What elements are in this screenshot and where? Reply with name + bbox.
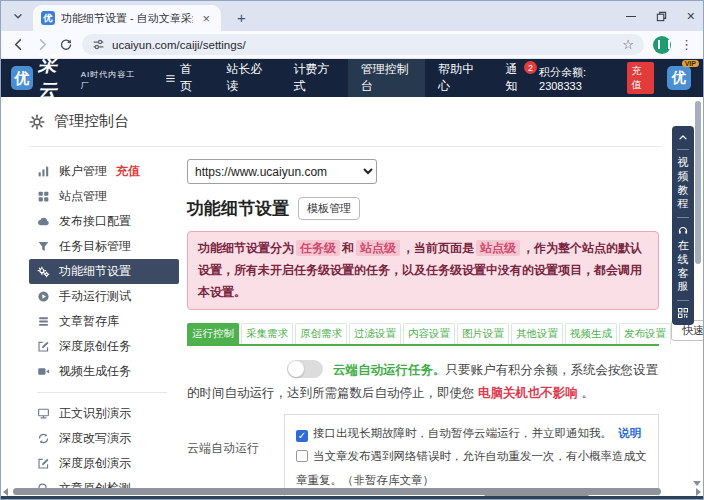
notification-badge: 2 bbox=[524, 61, 537, 74]
close-window-button[interactable]: × bbox=[687, 9, 695, 23]
nav-item-notifications[interactable]: 通知 2 bbox=[492, 59, 539, 97]
nav-item-pricing[interactable]: 计费方式 bbox=[280, 59, 347, 97]
body-row: 账户管理充值站点管理发布接口配置任务目标管理功能细节设置手动运行测试文章暂存库深… bbox=[29, 147, 703, 500]
tab-collect[interactable]: 采集需求 bbox=[241, 323, 293, 344]
sidebar-item-video-task[interactable]: 视频生成任务 bbox=[29, 359, 179, 384]
back-button[interactable] bbox=[11, 37, 26, 52]
new-tab-button[interactable]: + bbox=[231, 9, 252, 26]
video-icon bbox=[37, 365, 50, 378]
sidebar-item-feature-settings[interactable]: 功能细节设置 bbox=[29, 259, 179, 284]
tab-run-control[interactable]: 运行控制 bbox=[187, 323, 239, 344]
sidebar-item-content-recognition-demo[interactable]: 正文识别演示 bbox=[29, 401, 179, 426]
sidebar-item-label: 深度改写演示 bbox=[59, 430, 131, 447]
sidebar-item-deep-original-task[interactable]: 深度原创任务 bbox=[29, 334, 179, 359]
chevron-down-icon bbox=[11, 9, 25, 23]
scroll-down-arrow[interactable] bbox=[693, 481, 701, 486]
tab-video-gen[interactable]: 视频生成 bbox=[565, 323, 617, 344]
tab-image[interactable]: 图片设置 bbox=[457, 323, 509, 344]
browser-profile-avatar[interactable] bbox=[653, 36, 671, 54]
reload-icon bbox=[59, 38, 73, 52]
video-tutorial-link[interactable]: 视频教程 bbox=[677, 156, 689, 211]
refresh-icon bbox=[37, 432, 50, 445]
auto-run-title: 云端自动运行任务。 bbox=[333, 363, 446, 377]
template-manage-button[interactable]: 模板管理 bbox=[298, 197, 360, 220]
heading-row: 功能细节设置 模板管理 bbox=[187, 197, 659, 220]
floating-side-panel: 视频教程 在线客服 bbox=[672, 126, 694, 325]
filter-icon bbox=[37, 240, 50, 253]
nav-label: 计费方式 bbox=[293, 61, 334, 95]
tab-search-button[interactable] bbox=[7, 5, 29, 27]
site-settings-icon[interactable] bbox=[92, 38, 105, 51]
nav-item-webmaster-reading[interactable]: 站长必读 bbox=[213, 59, 280, 97]
tab-content[interactable]: 内容设置 bbox=[403, 323, 455, 344]
nav-item-home[interactable]: 首页 bbox=[152, 59, 213, 97]
tab-original[interactable]: 原创需求 bbox=[295, 323, 347, 344]
site-select[interactable]: https://www.ucaiyun.com bbox=[187, 159, 377, 184]
logo-tagline: AI时代内容工厂 bbox=[81, 69, 138, 91]
user-avatar[interactable]: 优 bbox=[667, 66, 691, 90]
site-header: 优 采云 AI时代内容工厂 首页 站长必读 计费方式 管理控制台 帮助中心 通知… bbox=[1, 59, 703, 97]
nav-item-admin-console[interactable]: 管理控制台 bbox=[348, 59, 426, 97]
browser-tab-title: 功能细节设置 - 自动文章采集 bbox=[61, 11, 193, 26]
nav-label: 首页 bbox=[180, 61, 200, 95]
tab-close-icon[interactable]: × bbox=[199, 11, 213, 26]
scroll-right-arrow[interactable] bbox=[696, 488, 701, 496]
points-balance: 积分余额: 2308333 bbox=[539, 65, 620, 92]
site-logo[interactable]: 优 采云 AI时代内容工厂 bbox=[11, 59, 138, 97]
scroll-left-arrow[interactable] bbox=[3, 488, 8, 496]
browser-tab[interactable]: 优 功能细节设置 - 自动文章采集 × bbox=[33, 5, 221, 31]
sidebar: 账户管理充值站点管理发布接口配置任务目标管理功能细节设置手动运行测试文章暂存库深… bbox=[29, 147, 179, 500]
play-icon bbox=[37, 290, 50, 303]
stack-icon bbox=[37, 315, 50, 328]
notice-text: 和 bbox=[342, 241, 354, 255]
vertical-scrollbar-thumb[interactable] bbox=[695, 101, 701, 264]
logo-mark: 优 bbox=[11, 66, 33, 90]
horizontal-scrollbar-thumb[interactable] bbox=[13, 488, 661, 495]
nav-item-help-center[interactable]: 帮助中心 bbox=[425, 59, 492, 97]
checkbox-label: 当文章发布遇到网络错误时，允许自动重发一次，有小概率造成文章重复。（非暂存库文章… bbox=[296, 450, 647, 486]
nav-label: 帮助中心 bbox=[438, 61, 479, 95]
grid-icon bbox=[37, 190, 50, 203]
checkbox-label: 接口出现长期故障时，自动暂停云端运行，并立即通知我。 bbox=[313, 427, 612, 439]
sidebar-item-manual-test[interactable]: 手动运行测试 bbox=[29, 284, 179, 309]
explain-link[interactable]: 说明 bbox=[618, 427, 641, 439]
auto-run-desc-end: 。 bbox=[578, 386, 594, 400]
bookmark-star-icon[interactable]: ☆ bbox=[622, 38, 634, 51]
sidebar-item-account[interactable]: 账户管理充值 bbox=[29, 159, 179, 184]
checkbox-pause-on-failure[interactable]: ✓ bbox=[296, 430, 308, 442]
maximize-button[interactable] bbox=[656, 11, 667, 22]
recharge-button[interactable]: 充值 bbox=[627, 62, 654, 94]
minimize-button[interactable] bbox=[626, 16, 636, 17]
online-service-link[interactable]: 在线客服 bbox=[677, 239, 689, 294]
tab-other[interactable]: 其他设置 bbox=[511, 323, 563, 344]
sidebar-item-deep-original-demo[interactable]: 深度原创演示 bbox=[29, 451, 179, 476]
auto-run-paragraph: 云端自动运行任务。只要账户有积分余额，系统会按您设置的时间自动运行，达到所需篇数… bbox=[187, 359, 659, 405]
sidebar-recharge-link[interactable]: 充值 bbox=[116, 163, 140, 180]
auto-run-toggle[interactable] bbox=[287, 360, 323, 378]
sidebar-item-publish-api[interactable]: 发布接口配置 bbox=[29, 209, 179, 234]
checkbox-auto-resend[interactable] bbox=[296, 450, 308, 462]
forward-button[interactable] bbox=[35, 37, 50, 52]
qr-code-icon[interactable] bbox=[677, 307, 689, 319]
sidebar-item-deep-rewrite-demo[interactable]: 深度改写演示 bbox=[29, 426, 179, 451]
sidebar-item-sites[interactable]: 站点管理 bbox=[29, 184, 179, 209]
notice-badge-site-level: 站点级 bbox=[356, 240, 400, 256]
gears-icon bbox=[37, 265, 50, 278]
sidebar-item-label: 任务目标管理 bbox=[59, 238, 131, 255]
address-bar[interactable]: ucaiyun.com/caiji/settings/ ☆ bbox=[82, 34, 644, 55]
sidebar-item-article-buffer[interactable]: 文章暂存库 bbox=[29, 309, 179, 334]
collapse-chevron-icon[interactable] bbox=[677, 131, 689, 143]
panel-divider bbox=[677, 149, 689, 150]
maximize-icon bbox=[656, 11, 667, 22]
sidebar-item-task-targets[interactable]: 任务目标管理 bbox=[29, 234, 179, 259]
headset-icon bbox=[677, 224, 689, 236]
tab-publish[interactable]: 发布设置 bbox=[619, 323, 671, 344]
reload-button[interactable] bbox=[59, 38, 73, 52]
user-avatar-wrap[interactable]: 优 VIP bbox=[667, 66, 691, 90]
tab-filter[interactable]: 过滤设置 bbox=[349, 323, 401, 344]
site-favicon: 优 bbox=[41, 11, 55, 25]
browser-menu-icon[interactable]: ⋮ bbox=[680, 37, 693, 52]
browser-toolbar: ucaiyun.com/caiji/settings/ ☆ ⋮ bbox=[1, 31, 703, 59]
browser-tabstrip: 优 功能细节设置 - 自动文章采集 × + × bbox=[1, 1, 703, 31]
horizontal-scrollbar bbox=[1, 487, 703, 496]
